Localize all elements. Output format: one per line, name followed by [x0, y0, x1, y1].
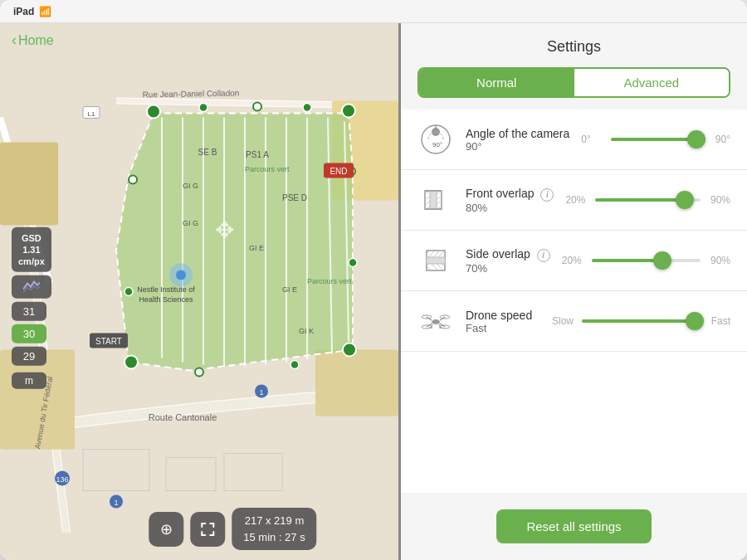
setting-row-front-overlap: Front overlap i 80% 20% 90% [401, 170, 747, 231]
drone-speed-max-label: Fast [707, 315, 730, 327]
svg-text:START: START [95, 337, 122, 346]
device-frame: iPad 📶 ‹ Home [0, 0, 747, 560]
camera-angle-fill [611, 138, 696, 141]
side-overlap-slider[interactable] [592, 252, 701, 269]
settings-list: 90° Angle of the camera 90° 0° [401, 110, 747, 493]
svg-text:GI G: GI G [183, 219, 198, 227]
front-overlap-icon [417, 182, 454, 218]
front-overlap-fill [595, 198, 685, 202]
side-overlap-icon [417, 242, 454, 279]
front-overlap-max-label: 90% [707, 194, 730, 206]
mode-tabs: Normal Advanced [417, 67, 730, 98]
camera-angle-max-label: 90° [707, 134, 730, 145]
svg-point-27 [349, 259, 357, 267]
side-overlap-info: Side overlap i 70% [466, 247, 550, 275]
drone-speed-track [582, 319, 701, 323]
svg-point-21 [147, 105, 160, 119]
svg-text:90°: 90° [432, 141, 442, 149]
svg-point-29 [290, 361, 299, 369]
reset-button[interactable]: Reset all settings [496, 509, 651, 543]
drone-speed-thumb[interactable] [686, 312, 704, 330]
svg-rect-6 [166, 458, 216, 491]
svg-text:END: END [330, 167, 347, 176]
side-overlap-info-icon: i [537, 249, 550, 262]
drone-speed-label: Drone speed [466, 309, 540, 322]
svg-text:Route Cantonale: Route Cantonale [149, 412, 217, 422]
side-overlap-track [592, 259, 701, 262]
tab-normal[interactable]: Normal [419, 69, 574, 96]
side-overlap-max-label: 90% [707, 255, 730, 266]
camera-angle-value: 90° [466, 140, 569, 153]
altitude-31[interactable]: 31 [12, 302, 46, 321]
svg-marker-8 [116, 114, 353, 371]
svg-text:Parcours vert: Parcours vert [245, 165, 290, 173]
front-overlap-value: 80% [466, 202, 554, 214]
svg-text:GI K: GI K [299, 327, 314, 335]
map-background: ✥ [0, 23, 398, 560]
svg-text:Parcours vert: Parcours vert [307, 277, 352, 285]
svg-point-23 [253, 103, 261, 111]
wifi-icon: 📶 [39, 6, 51, 17]
front-overlap-track [595, 198, 701, 202]
setting-row-side-overlap: Side overlap i 70% 20% 90% [401, 231, 747, 291]
front-overlap-min-label: 20% [565, 194, 588, 206]
front-overlap-info-icon: i [540, 188, 554, 202]
back-label: Home [18, 33, 54, 48]
svg-rect-4 [315, 350, 398, 416]
svg-line-75 [427, 201, 430, 204]
camera-angle-slider[interactable] [611, 131, 701, 148]
svg-text:GI G: GI G [183, 182, 198, 190]
svg-text:136: 136 [56, 475, 68, 484]
map-bottom-bar: ⊕ 217 x 219 m 15 min : 27 s [149, 508, 316, 550]
svg-text:PSE D: PSE D [282, 193, 307, 202]
front-overlap-thumb[interactable] [676, 191, 694, 209]
drone-speed-slider[interactable] [582, 313, 701, 329]
altitude-unit: m [12, 373, 46, 389]
status-bar: iPad 📶 [0, 0, 747, 23]
svg-rect-7 [224, 454, 282, 491]
svg-text:Nestle Institute of: Nestle Institute of [137, 285, 195, 294]
altitude-29[interactable]: 29 [12, 347, 46, 366]
tab-advanced[interactable]: Advanced [574, 69, 730, 96]
front-overlap-slider[interactable] [595, 192, 701, 208]
flight-info: 217 x 219 m 15 min : 27 s [232, 508, 316, 550]
drone-speed-info: Drone speed Fast [466, 309, 540, 334]
gsd-label: GSD [18, 231, 45, 243]
camera-angle-thumb[interactable] [687, 130, 706, 149]
device-label: iPad [13, 6, 34, 17]
svg-point-28 [343, 343, 356, 357]
side-overlap-fill [592, 259, 662, 262]
gsd-display: GSD 1.31 cm/px [12, 226, 51, 272]
altitude-30[interactable]: 30 [12, 324, 46, 343]
svg-line-74 [427, 196, 430, 199]
svg-line-78 [437, 196, 442, 199]
svg-text:GI E: GI E [249, 244, 264, 252]
gsd-unit: cm/px [18, 256, 45, 267]
panel-divider [398, 23, 401, 560]
svg-rect-68 [430, 191, 437, 209]
svg-rect-2 [0, 143, 58, 226]
terrain-button[interactable] [12, 275, 51, 299]
back-button[interactable]: ‹ Home [12, 32, 54, 49]
svg-point-22 [199, 104, 208, 112]
svg-point-24 [303, 104, 311, 112]
fullscreen-button[interactable] [190, 512, 225, 547]
map-panel: ‹ Home [0, 23, 398, 560]
side-overlap-value: 70% [466, 262, 550, 275]
svg-text:GI E: GI E [282, 285, 297, 294]
svg-rect-82 [427, 257, 445, 264]
side-overlap-thumb[interactable] [653, 251, 671, 270]
svg-point-35 [176, 270, 186, 280]
main-content: ‹ Home [0, 23, 747, 560]
camera-angle-slider-container: 0° 90° [581, 131, 730, 148]
drone-speed-slider-container: Slow Fast [552, 313, 730, 329]
svg-text:1: 1 [259, 388, 263, 397]
gsd-value: 1.31 [18, 243, 45, 255]
location-button[interactable]: ⊕ [149, 512, 183, 547]
side-overlap-slider-container: 20% 90% [562, 252, 730, 269]
svg-text:✥: ✥ [215, 217, 234, 243]
front-overlap-info: Front overlap i 80% [466, 187, 554, 214]
setting-row-camera-angle: 90° Angle of the camera 90° 0° [401, 110, 747, 170]
svg-text:SE B: SE B [198, 148, 217, 157]
svg-text:L1: L1 [88, 110, 95, 118]
